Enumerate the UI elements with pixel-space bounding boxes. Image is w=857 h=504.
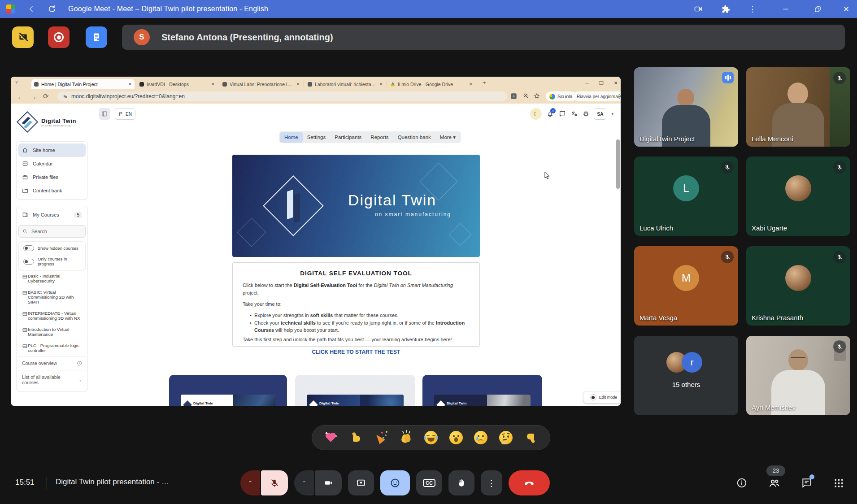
tab-close-icon[interactable]: ✕ — [128, 82, 132, 87]
end-call-button[interactable] — [509, 470, 550, 495]
participants-panel-button[interactable]: 23 — [768, 477, 780, 489]
reactions-button[interactable] — [380, 470, 410, 495]
sidebar-item-site-home[interactable]: Site home — [18, 143, 86, 157]
refresh-icon[interactable] — [48, 4, 57, 13]
browser-more-icon[interactable]: ⋮ — [616, 93, 621, 100]
course-item[interactable]: BASIC: Virtual Commissioning 2D with SIM… — [18, 287, 86, 308]
all-courses-row[interactable]: List of all available courses → — [18, 370, 86, 389]
course-item[interactable]: INTERMEDIATE - Virtual commissioning 3D … — [18, 308, 86, 324]
browser-forward-icon[interactable]: → — [30, 93, 37, 100]
zoom-page-icon[interactable] — [523, 93, 529, 99]
sidebar-item-my-courses[interactable]: My Courses 5 — [18, 208, 86, 222]
activities-button[interactable] — [833, 478, 844, 489]
tab-isardvdi[interactable]: IsardVDI - Desktops ✕ — [137, 79, 218, 89]
tab-search-chevron-icon[interactable]: ˅ — [15, 80, 18, 85]
raise-hand-button[interactable] — [448, 470, 474, 495]
toggle-courses-in-progress[interactable]: Only courses in progress — [20, 254, 84, 269]
toggle-switch-icon[interactable] — [23, 245, 34, 251]
drawer-toggle-button[interactable] — [99, 108, 110, 120]
captions-button[interactable]: CC — [416, 470, 442, 495]
toggle-show-hidden-courses[interactable]: Show hidden courses — [20, 243, 84, 254]
participant-tile-krishna-prasanth[interactable]: Krishna Prasanth — [746, 246, 850, 326]
nav-tab-more[interactable]: More ▾ — [435, 132, 460, 143]
camera-button[interactable] — [315, 470, 342, 495]
meeting-details-button[interactable] — [736, 477, 748, 489]
more-options-button[interactable]: ⋮ — [481, 470, 502, 495]
settings-gear-icon[interactable]: ⚙ — [583, 110, 589, 118]
party-popper-icon[interactable] — [373, 430, 388, 445]
transcript-button[interactable] — [86, 26, 107, 48]
tab-close-icon[interactable]: ✕ — [379, 82, 383, 87]
page-scrollbar-thumb[interactable] — [616, 139, 620, 189]
back-icon[interactable] — [27, 4, 36, 13]
nav-tab-reports[interactable]: Reports — [366, 132, 393, 143]
course-item[interactable]: Basic - Industrial Cybersecurity — [18, 270, 86, 287]
tab-laboratori-virtuali[interactable]: Laboratori virtuali: richiesta di a ✕ — [305, 79, 386, 89]
course-search-box[interactable]: Search — [18, 225, 86, 238]
tab-close-icon[interactable]: ✕ — [211, 82, 215, 87]
new-tab-icon[interactable]: + — [483, 79, 486, 86]
camera-options-chevron[interactable]: ⌃ — [294, 470, 314, 495]
browser-close-icon[interactable]: ✕ — [609, 77, 621, 89]
participant-tile-lella-menconi[interactable]: Lella Menconi — [746, 67, 850, 147]
participant-tile-overflow[interactable]: r 15 others — [634, 336, 738, 415]
messages-icon[interactable] — [559, 110, 566, 117]
browser-back-icon[interactable]: ← — [17, 93, 24, 100]
translate-icon[interactable]: a — [510, 93, 517, 100]
close-icon[interactable]: ✕ — [837, 0, 855, 18]
language-translate-icon[interactable] — [571, 110, 578, 117]
url-bar[interactable]: mooc.digitaltwinproject.eu/?redirect=0&l… — [57, 91, 507, 101]
edit-mode-toggle[interactable]: Edit mode — [583, 391, 621, 404]
extensions-icon[interactable] — [717, 0, 735, 18]
start-test-link[interactable]: CLICK HERE TO START THE TEST — [243, 349, 470, 355]
course-card[interactable]: Digital Twinon smart manufacturing — [295, 375, 415, 406]
sidebar-item-calendar[interactable]: Calendar — [18, 157, 86, 170]
course-overview-row[interactable]: Course overview — [18, 356, 86, 370]
sidebar-item-content-bank[interactable]: Content bank — [18, 184, 86, 197]
browser-update-button[interactable]: Riavvia per aggiornare — [573, 91, 621, 101]
user-menu-caret-icon[interactable]: ▾ — [611, 112, 613, 116]
nav-tab-home[interactable]: Home — [280, 132, 303, 143]
thumbs-down-icon[interactable] — [523, 430, 539, 445]
tab-google-drive[interactable]: Il mio Drive - Google Drive ✕ — [388, 79, 475, 89]
toggle-switch-icon[interactable] — [23, 259, 34, 265]
course-card[interactable]: Digital Twinon smart manufacturing — [422, 375, 542, 406]
thinking-face-icon[interactable] — [498, 430, 513, 445]
tab-virtual-labs[interactable]: Virtual Labs: Prenotazione labo ✕ — [220, 79, 303, 89]
face-with-open-mouth-icon[interactable] — [448, 430, 464, 445]
tab-digital-twin-home[interactable]: Home | Digital Twin Project ✕ — [31, 79, 135, 89]
browser-menu-icon[interactable]: ⋮ — [744, 0, 761, 18]
bookmark-star-icon[interactable] — [534, 93, 540, 99]
mic-options-chevron[interactable]: ⌃ — [240, 470, 260, 495]
tab-close-icon[interactable]: ✕ — [296, 82, 300, 87]
recording-button[interactable] — [48, 26, 70, 48]
stop-presentation-button[interactable] — [12, 26, 34, 48]
language-selector[interactable]: EN — [115, 108, 135, 120]
nav-tab-settings[interactable]: Settings — [303, 132, 331, 143]
course-item[interactable]: PLC - Programmable logic controller — [18, 340, 86, 356]
dark-mode-icon[interactable]: ☾ — [530, 108, 542, 120]
browser-minimize-icon[interactable]: ─ — [580, 77, 594, 89]
browser-reload-icon[interactable]: ⟳ — [43, 92, 49, 100]
browser-profile-chip[interactable]: Scuola — [546, 91, 576, 101]
notifications-bell-icon[interactable]: 1 — [547, 110, 554, 117]
nav-tab-participants[interactable]: Participants — [330, 132, 366, 143]
present-screen-button[interactable] — [348, 470, 374, 495]
face-with-tears-of-joy-icon[interactable] — [423, 430, 439, 445]
participant-tile-xabi-ugarte[interactable]: Xabi Ugarte — [746, 156, 850, 236]
thumbs-up-icon[interactable] — [348, 430, 364, 445]
minimize-icon[interactable]: ─ — [777, 0, 795, 18]
participant-tile-marta-vesga[interactable]: M Marta Vesga — [634, 246, 738, 326]
camera-tab-icon[interactable] — [689, 0, 707, 18]
participant-tile-digitaltwin-project[interactable]: DigitalTwin Project — [634, 67, 738, 147]
participant-tile-ayri-memishev[interactable]: Ayri Memishev — [746, 336, 850, 415]
chat-panel-button[interactable] — [801, 477, 813, 489]
browser-maximize-icon[interactable]: ❐ — [595, 77, 608, 89]
user-avatar[interactable]: SA — [594, 108, 606, 120]
tab-close-icon[interactable]: ✕ — [469, 82, 473, 87]
course-card[interactable]: Digital Twinon smart manufacturing — [169, 375, 287, 406]
clapping-hands-icon[interactable] — [398, 430, 413, 445]
crying-face-icon[interactable] — [473, 430, 488, 445]
mic-mute-button[interactable] — [261, 470, 288, 495]
participant-tile-luca-ulrich[interactable]: L Luca Ulrich — [634, 156, 738, 236]
